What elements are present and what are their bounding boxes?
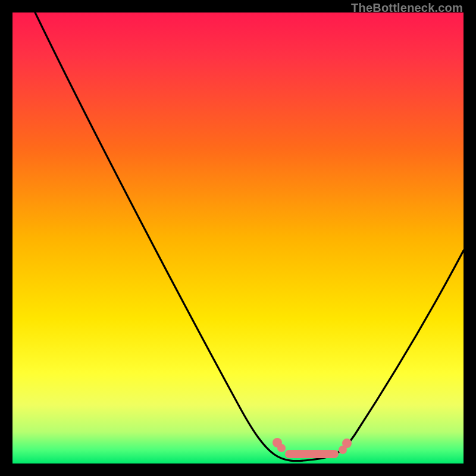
chart-gradient-background [12,12,464,464]
chart-frame [12,12,464,464]
watermark-text: TheBottleneck.com [351,1,463,15]
